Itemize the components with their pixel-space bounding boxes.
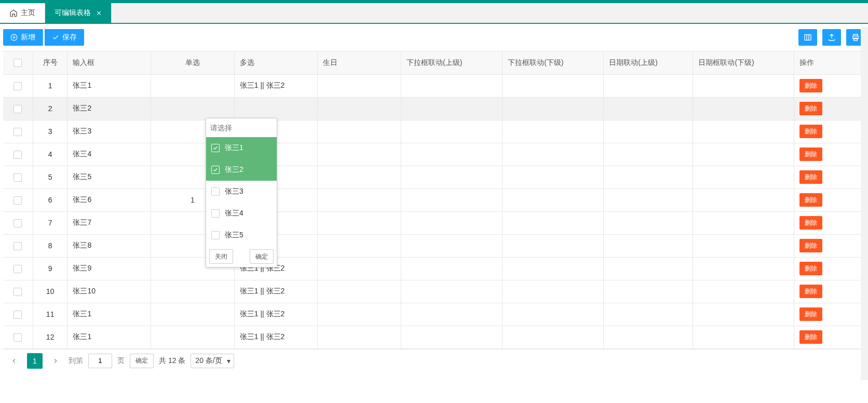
cell-date-down[interactable] <box>693 303 794 326</box>
cell-date-up[interactable] <box>604 143 693 166</box>
multiselect-option[interactable]: 张三4 <box>206 203 277 224</box>
table-row[interactable]: 12张三1张三1 || 张三2删除 <box>3 326 865 348</box>
cell-radio[interactable] <box>151 303 235 326</box>
cell-link-up[interactable] <box>401 303 503 326</box>
table-row[interactable]: 11张三1张三1 || 张三2删除 <box>3 303 865 326</box>
cell-multi[interactable]: 张三1 || 张三2 <box>234 326 318 348</box>
export-button[interactable] <box>822 29 841 46</box>
multiselect-option[interactable]: 张三5 <box>206 224 277 246</box>
cell-input[interactable]: 张三3 <box>67 120 151 143</box>
cell-date-up[interactable] <box>604 120 693 143</box>
delete-button[interactable]: 删除 <box>799 262 822 275</box>
page-number-current[interactable]: 1 <box>27 353 43 369</box>
table-row[interactable]: 5张三5删除 <box>3 166 865 189</box>
row-checkbox[interactable] <box>13 265 22 273</box>
row-checkbox[interactable] <box>13 82 22 90</box>
table-row[interactable]: 4张三4删除 <box>3 143 865 166</box>
cell-birthday[interactable] <box>318 74 401 97</box>
row-checkbox[interactable] <box>13 333 22 342</box>
multiselect-search-input[interactable] <box>206 118 277 137</box>
row-checkbox[interactable] <box>13 151 22 159</box>
row-checkbox[interactable] <box>13 196 22 205</box>
cell-link-down[interactable] <box>503 280 604 303</box>
multiselect-option[interactable]: 张三3 <box>206 181 277 203</box>
cell-birthday[interactable] <box>318 257 401 280</box>
cell-date-up[interactable] <box>604 189 693 211</box>
cell-input[interactable]: 张三2 <box>67 97 151 120</box>
delete-button[interactable]: 删除 <box>799 79 822 92</box>
tab-home[interactable]: 主页 <box>0 3 45 23</box>
cell-radio[interactable] <box>151 74 235 97</box>
cell-birthday[interactable] <box>318 166 401 189</box>
cell-birthday[interactable] <box>318 303 401 326</box>
delete-button[interactable]: 删除 <box>799 239 822 252</box>
cell-input[interactable]: 张三7 <box>67 211 151 234</box>
prev-page-button[interactable] <box>6 353 22 369</box>
add-button[interactable]: 新增 <box>3 29 43 46</box>
multiselect-option[interactable]: 张三1 <box>206 137 277 159</box>
cell-input[interactable]: 张三1 <box>67 303 151 326</box>
cell-birthday[interactable] <box>318 326 401 348</box>
cell-birthday[interactable] <box>318 189 401 211</box>
cell-radio[interactable] <box>151 326 235 348</box>
row-checkbox[interactable] <box>13 288 22 296</box>
delete-button[interactable]: 删除 <box>799 307 822 321</box>
table-row[interactable]: 6张三61删除 <box>3 189 865 211</box>
cell-link-up[interactable] <box>401 74 503 97</box>
multiselect-option[interactable]: 张三2 <box>206 159 277 181</box>
cell-radio[interactable] <box>151 280 235 303</box>
cell-date-down[interactable] <box>693 189 794 211</box>
cell-link-down[interactable] <box>503 189 604 211</box>
cell-link-down[interactable] <box>503 326 604 348</box>
cell-multi[interactable]: 张三1 || 张三2 <box>234 280 318 303</box>
select-all-checkbox[interactable] <box>13 59 22 67</box>
cell-link-up[interactable] <box>401 143 503 166</box>
cell-birthday[interactable] <box>318 280 401 303</box>
cell-date-down[interactable] <box>693 326 794 348</box>
cell-link-down[interactable] <box>503 97 604 120</box>
cell-link-up[interactable] <box>401 280 503 303</box>
cell-link-up[interactable] <box>401 234 503 257</box>
save-button[interactable]: 保存 <box>45 29 84 46</box>
cell-birthday[interactable] <box>318 234 401 257</box>
cell-input[interactable]: 张三5 <box>67 166 151 189</box>
cell-input[interactable]: 张三1 <box>67 74 151 97</box>
cell-input[interactable]: 张三6 <box>67 189 151 211</box>
cell-date-down[interactable] <box>693 143 794 166</box>
delete-button[interactable]: 删除 <box>799 125 822 138</box>
table-row[interactable]: 7张三7删除 <box>3 211 865 234</box>
close-icon[interactable]: ✕ <box>96 9 102 17</box>
cell-radio[interactable] <box>151 97 235 120</box>
cell-link-down[interactable] <box>503 143 604 166</box>
row-checkbox[interactable] <box>13 173 22 182</box>
cell-link-up[interactable] <box>401 326 503 348</box>
cell-link-up[interactable] <box>401 166 503 189</box>
cell-multi[interactable] <box>234 97 318 120</box>
table-row[interactable]: 2张三2删除 <box>3 97 865 120</box>
cell-date-down[interactable] <box>693 120 794 143</box>
table-row[interactable]: 3张三3删除 <box>3 120 865 143</box>
next-page-button[interactable] <box>48 353 63 369</box>
vertical-scrollbar[interactable] <box>861 27 868 380</box>
cell-link-down[interactable] <box>503 211 604 234</box>
cell-date-up[interactable] <box>604 166 693 189</box>
cell-date-down[interactable] <box>693 97 794 120</box>
cell-date-down[interactable] <box>693 257 794 280</box>
row-checkbox[interactable] <box>13 128 22 136</box>
goto-page-input[interactable] <box>88 354 112 368</box>
cell-date-up[interactable] <box>604 211 693 234</box>
table-row[interactable]: 1张三1张三1 || 张三2删除 <box>3 74 865 97</box>
cell-birthday[interactable] <box>318 97 401 120</box>
cell-link-down[interactable] <box>503 120 604 143</box>
goto-confirm-button[interactable]: 确定 <box>130 354 154 368</box>
tab-editable-table[interactable]: 可编辑表格 ✕ <box>45 3 112 23</box>
columns-button[interactable] <box>798 29 817 46</box>
delete-button[interactable]: 删除 <box>799 147 822 161</box>
cell-date-up[interactable] <box>604 280 693 303</box>
cell-link-up[interactable] <box>401 97 503 120</box>
cell-input[interactable]: 张三9 <box>67 257 151 280</box>
cell-link-up[interactable] <box>401 257 503 280</box>
delete-button[interactable]: 删除 <box>799 216 822 230</box>
cell-input[interactable]: 张三8 <box>67 234 151 257</box>
cell-date-down[interactable] <box>693 234 794 257</box>
